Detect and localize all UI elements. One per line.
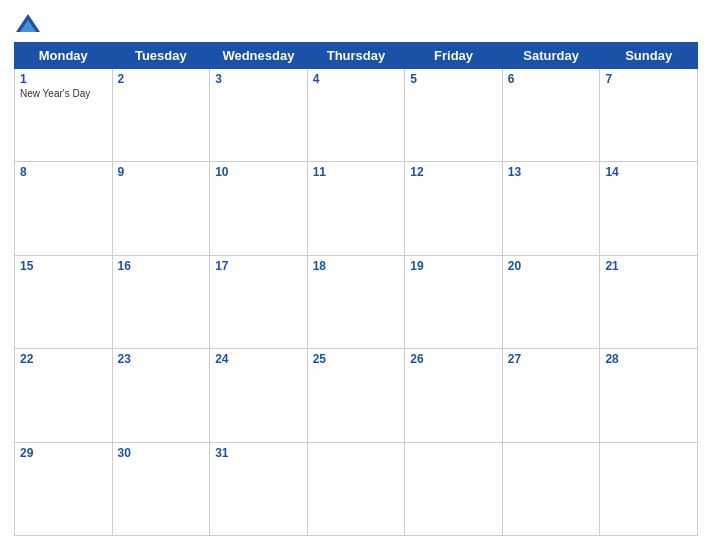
day-cell: 19 xyxy=(405,255,503,348)
week-row-2: 891011121314 xyxy=(15,162,698,255)
day-number: 27 xyxy=(508,352,595,366)
day-cell: 20 xyxy=(502,255,600,348)
day-cell: 29 xyxy=(15,442,113,535)
day-cell xyxy=(600,442,698,535)
day-number: 7 xyxy=(605,72,692,86)
day-cell: 5 xyxy=(405,69,503,162)
day-cell: 25 xyxy=(307,349,405,442)
day-cell: 30 xyxy=(112,442,210,535)
week-row-3: 15161718192021 xyxy=(15,255,698,348)
day-number: 15 xyxy=(20,259,107,273)
week-row-5: 293031 xyxy=(15,442,698,535)
col-saturday: Saturday xyxy=(502,43,600,69)
day-number: 1 xyxy=(20,72,107,86)
day-cell: 14 xyxy=(600,162,698,255)
day-number: 5 xyxy=(410,72,497,86)
day-cell: 27 xyxy=(502,349,600,442)
day-number: 2 xyxy=(118,72,205,86)
day-number: 31 xyxy=(215,446,302,460)
day-cell: 17 xyxy=(210,255,308,348)
day-cell: 11 xyxy=(307,162,405,255)
day-cell: 16 xyxy=(112,255,210,348)
day-number: 29 xyxy=(20,446,107,460)
week-row-4: 22232425262728 xyxy=(15,349,698,442)
day-cell: 1New Year's Day xyxy=(15,69,113,162)
day-number: 3 xyxy=(215,72,302,86)
day-number: 24 xyxy=(215,352,302,366)
day-cell: 10 xyxy=(210,162,308,255)
day-cell: 26 xyxy=(405,349,503,442)
col-thursday: Thursday xyxy=(307,43,405,69)
day-cell: 12 xyxy=(405,162,503,255)
day-cell: 3 xyxy=(210,69,308,162)
top-bar xyxy=(14,10,698,38)
day-cell: 13 xyxy=(502,162,600,255)
day-number: 28 xyxy=(605,352,692,366)
day-number: 14 xyxy=(605,165,692,179)
day-cell xyxy=(307,442,405,535)
day-number: 30 xyxy=(118,446,205,460)
holiday-label: New Year's Day xyxy=(20,88,107,99)
day-cell: 23 xyxy=(112,349,210,442)
day-cell: 9 xyxy=(112,162,210,255)
col-monday: Monday xyxy=(15,43,113,69)
logo-icon xyxy=(14,10,42,38)
day-cell: 28 xyxy=(600,349,698,442)
day-cell: 2 xyxy=(112,69,210,162)
day-number: 20 xyxy=(508,259,595,273)
col-friday: Friday xyxy=(405,43,503,69)
day-cell xyxy=(502,442,600,535)
day-number: 10 xyxy=(215,165,302,179)
day-number: 11 xyxy=(313,165,400,179)
day-number: 22 xyxy=(20,352,107,366)
day-number: 9 xyxy=(118,165,205,179)
week-row-1: 1New Year's Day234567 xyxy=(15,69,698,162)
day-number: 25 xyxy=(313,352,400,366)
calendar-table: Monday Tuesday Wednesday Thursday Friday… xyxy=(14,42,698,536)
day-number: 8 xyxy=(20,165,107,179)
day-cell: 22 xyxy=(15,349,113,442)
day-cell: 31 xyxy=(210,442,308,535)
day-number: 6 xyxy=(508,72,595,86)
day-cell: 18 xyxy=(307,255,405,348)
day-number: 16 xyxy=(118,259,205,273)
day-number: 4 xyxy=(313,72,400,86)
day-number: 18 xyxy=(313,259,400,273)
day-cell: 24 xyxy=(210,349,308,442)
day-cell: 4 xyxy=(307,69,405,162)
day-number: 23 xyxy=(118,352,205,366)
day-cell: 21 xyxy=(600,255,698,348)
day-number: 19 xyxy=(410,259,497,273)
day-number: 17 xyxy=(215,259,302,273)
col-tuesday: Tuesday xyxy=(112,43,210,69)
day-cell: 8 xyxy=(15,162,113,255)
header-row: Monday Tuesday Wednesday Thursday Friday… xyxy=(15,43,698,69)
col-sunday: Sunday xyxy=(600,43,698,69)
day-cell xyxy=(405,442,503,535)
logo xyxy=(14,10,46,38)
day-cell: 15 xyxy=(15,255,113,348)
day-number: 12 xyxy=(410,165,497,179)
day-number: 13 xyxy=(508,165,595,179)
day-cell: 6 xyxy=(502,69,600,162)
col-wednesday: Wednesday xyxy=(210,43,308,69)
day-number: 21 xyxy=(605,259,692,273)
day-number: 26 xyxy=(410,352,497,366)
day-cell: 7 xyxy=(600,69,698,162)
